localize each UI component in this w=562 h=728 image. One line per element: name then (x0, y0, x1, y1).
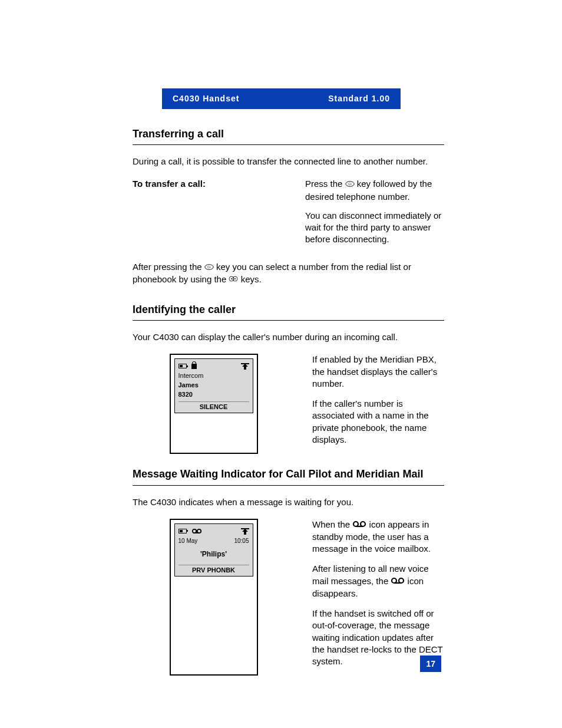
svg-marker-13 (242, 529, 248, 535)
callerid-intro: Your C4030 can display the caller's numb… (133, 331, 444, 343)
transfer-step2: You can disconnect immediately or wait f… (305, 210, 444, 246)
transfer-steps: Press the C• key followed by the desired… (305, 178, 444, 252)
callerid-p1: If enabled by the Meridian PBX, the hand… (312, 354, 444, 390)
lcd-center-name: 'Philips' (178, 549, 249, 559)
svg-point-19 (399, 578, 404, 583)
header-left: C4030 Handset (173, 93, 239, 104)
mwi-intro: The C4030 indicates when a message is wa… (133, 496, 444, 508)
callerid-text: If enabled by the Meridian PBX, the hand… (312, 354, 444, 454)
document-page: C4030 Handset Standard 1.00 Transferring… (0, 0, 562, 720)
svg-marker-8 (242, 364, 248, 370)
section-title-mwi: Message Waiting Indicator for Call Pilot… (133, 467, 444, 481)
section-title-transfer: Transferring a call (133, 127, 444, 141)
section-rule (133, 320, 444, 321)
lcd-date: 10 May (178, 537, 198, 545)
lcd-line-intercom: Intercom (178, 371, 249, 380)
lcd-status-row (178, 361, 249, 371)
lcd-wrap-mwi: 10 May 10:05 'Philips' PRV PHONBK (133, 519, 295, 676)
antenna-icon (241, 363, 249, 370)
transfer-note: After pressing the C• key you can select… (133, 261, 444, 286)
svg-text:C•: C• (348, 182, 352, 186)
lcd-datetime: 10 May 10:05 (178, 537, 249, 545)
voicemail-icon (391, 575, 405, 587)
battery-icon (178, 529, 187, 533)
recall-key-icon: C• (204, 261, 214, 273)
callerid-p2: If the caller's number is associated wit… (312, 398, 444, 446)
lcd-screenshot-mwi: 10 May 10:05 'Philips' PRV PHONBK (170, 519, 258, 676)
nav-keys-icon (229, 274, 238, 285)
transfer-label: To transfer a call: (133, 178, 295, 252)
lcd-screenshot-callerid: Intercom James 8320 SILENCE (170, 354, 258, 454)
lcd-wrap-callerid: Intercom James 8320 SILENCE (133, 354, 295, 454)
svg-point-18 (392, 578, 396, 583)
mwi-row: 10 May 10:05 'Philips' PRV PHONBK When t… (133, 519, 444, 676)
transfer-step1: Press the C• key followed by the desired… (305, 178, 444, 202)
section-title-callerid: Identifying the caller (133, 302, 444, 317)
svg-point-6 (231, 278, 232, 279)
callerid-row: Intercom James 8320 SILENCE If enabled b… (133, 354, 444, 454)
battery-icon (178, 364, 187, 368)
section-rule (133, 485, 444, 486)
mwi-text: When the icon appears in standby mode, t… (312, 519, 444, 676)
svg-point-16 (361, 522, 365, 526)
lcd-softkey: PRV PHONBK (178, 565, 249, 575)
mwi-p2: After listening to all new voice mail me… (312, 563, 444, 599)
transfer-intro: During a call, it is possible to transfe… (133, 156, 444, 167)
page-number: 17 (420, 655, 441, 672)
lcd-line-name: James (178, 381, 249, 390)
lcd-line-number: 8320 (178, 390, 249, 399)
svg-text:C•: C• (207, 265, 211, 269)
lcd-status-row (178, 526, 249, 536)
voicemail-icon (191, 528, 202, 534)
lcd-softkey: SILENCE (178, 401, 249, 411)
header-right: Standard 1.00 (328, 93, 390, 104)
lcd-time: 10:05 (234, 537, 249, 545)
section-rule (133, 144, 444, 145)
lock-icon (191, 364, 197, 369)
svg-point-15 (353, 522, 358, 526)
svg-point-7 (234, 278, 236, 279)
antenna-icon (241, 528, 249, 535)
voicemail-icon (352, 519, 366, 531)
mwi-p1: When the icon appears in standby mode, t… (312, 519, 444, 555)
header-bar: C4030 Handset Standard 1.00 (162, 88, 401, 109)
transfer-step-row: To transfer a call: Press the C• key fol… (133, 178, 444, 252)
recall-key-icon: C• (345, 178, 355, 190)
